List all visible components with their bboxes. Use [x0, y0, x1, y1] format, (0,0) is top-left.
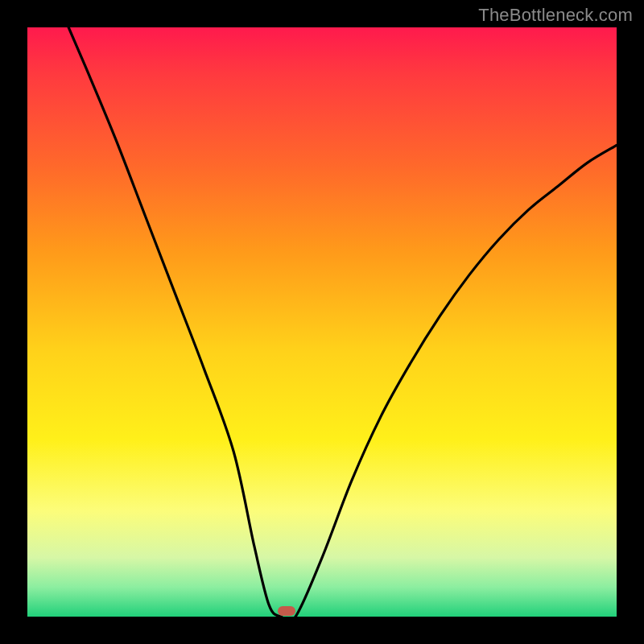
bottleneck-curve	[27, 27, 617, 617]
plot-area	[27, 27, 617, 617]
chart-frame: TheBottleneck.com	[0, 0, 644, 644]
min-marker	[278, 606, 295, 616]
watermark-text: TheBottleneck.com	[478, 5, 633, 26]
